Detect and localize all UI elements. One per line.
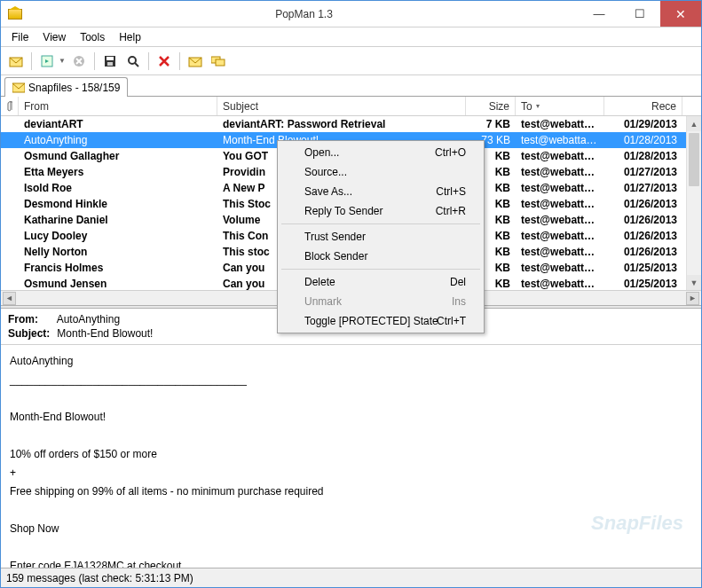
cell-from: Osmund Jensen — [19, 278, 217, 290]
separator — [148, 52, 149, 70]
cell-from: Osmund Gallagher — [19, 150, 217, 162]
accounts-icon[interactable] — [209, 51, 228, 71]
cell-from: Katharine Daniel — [19, 214, 217, 226]
menu-label: Source... — [304, 166, 347, 178]
separator — [94, 52, 95, 70]
cell-to: test@webattack.... — [516, 134, 604, 146]
statusbar: 159 messages (last check: 5:31:13 PM) — [1, 568, 701, 587]
menu-shortcut: Ins — [452, 295, 466, 308]
menu-label: Save As... — [304, 185, 352, 198]
menu-item[interactable]: Source... — [280, 162, 482, 182]
menu-item[interactable]: Save As...Ctrl+S — [280, 182, 482, 201]
col-size[interactable]: Size — [466, 97, 516, 115]
menu-label: Reply To Sender — [304, 205, 383, 217]
cell-subject: deviantART: Password Retrieval — [217, 118, 466, 130]
preview-from: AutoAnything — [57, 313, 120, 325]
menu-view[interactable]: View — [35, 29, 73, 45]
menu-label: Open... — [304, 146, 339, 159]
menu-label: Block Sender — [304, 250, 367, 263]
col-received[interactable]: Rece — [604, 97, 682, 115]
menu-shortcut: Ctrl+O — [435, 146, 466, 159]
col-from[interactable]: From — [19, 97, 217, 115]
cell-to: test@webattac... — [516, 278, 604, 290]
svg-rect-4 — [106, 57, 114, 60]
titlebar[interactable]: PopMan 1.3 — ☐ ✕ — [1, 1, 701, 27]
cell-from: Francis Holmes — [19, 262, 217, 274]
tab-row: Snapfiles - 158/159 — [1, 75, 701, 97]
preview-subject: Month-End Blowout! — [57, 327, 153, 340]
col-attachment[interactable] — [1, 97, 19, 115]
search-icon[interactable] — [123, 51, 143, 71]
menu-item[interactable]: Block Sender — [280, 247, 482, 266]
menu-file[interactable]: File — [4, 29, 35, 45]
cell-received: 01/28/2013 — [604, 134, 682, 146]
menu-label: Unmark — [304, 295, 342, 308]
menu-label: Toggle [PROTECTED] State — [304, 315, 438, 327]
window-title: PopMan 1.3 — [29, 8, 579, 20]
cell-from: Desmond Hinkle — [19, 198, 217, 210]
delete-icon[interactable] — [154, 51, 174, 71]
cell-to: test@webattac... — [516, 182, 604, 194]
menu-item: UnmarkIns — [280, 292, 482, 311]
cell-received: 01/28/2013 — [604, 150, 682, 162]
cell-received: 01/26/2013 — [604, 214, 682, 226]
menu-item[interactable]: Open...Ctrl+O — [280, 143, 482, 162]
cell-to: test@webattac... — [516, 214, 604, 226]
mail-icon — [12, 82, 25, 93]
tab-account[interactable]: Snapfiles - 158/159 — [4, 77, 128, 97]
menu-shortcut: Del — [450, 276, 466, 288]
menu-shortcut: Ctrl+T — [437, 315, 466, 327]
save-icon[interactable] — [100, 51, 120, 71]
new-mail-icon[interactable] — [185, 51, 205, 71]
menu-item[interactable]: Trust Sender — [280, 227, 482, 247]
table-row[interactable]: deviantARTdeviantART: Password Retrieval… — [1, 116, 701, 132]
scroll-thumb[interactable] — [689, 133, 699, 186]
cell-to: test@webattac... — [516, 166, 604, 178]
refresh-dropdown[interactable]: ▼ — [59, 57, 66, 65]
toolbar: ▼ — [1, 47, 701, 75]
col-subject[interactable]: Subject — [217, 97, 466, 115]
vertical-scrollbar[interactable]: ▲ ▼ — [686, 116, 701, 290]
menu-item[interactable]: DeleteDel — [280, 272, 482, 292]
svg-rect-9 — [216, 59, 225, 66]
svg-point-6 — [129, 57, 136, 64]
cell-from: Lucy Dooley — [19, 230, 217, 242]
status-text: 159 messages (last check: 5:31:13 PM) — [6, 572, 193, 584]
cell-received: 01/26/2013 — [604, 246, 682, 258]
cell-from: Etta Meyers — [19, 166, 217, 178]
menu-item[interactable]: Toggle [PROTECTED] StateCtrl+T — [280, 311, 482, 331]
close-button[interactable]: ✕ — [660, 1, 701, 27]
col-to[interactable]: To — [516, 97, 604, 115]
cell-to: test@webattac... — [516, 230, 604, 242]
svg-rect-5 — [107, 62, 113, 66]
scroll-left-icon[interactable]: ◄ — [3, 292, 16, 305]
menu-tools[interactable]: Tools — [73, 29, 112, 45]
app-icon — [8, 9, 22, 20]
cell-to: test@webattac... — [516, 246, 604, 258]
minimize-button[interactable]: — — [579, 1, 619, 27]
preview-body[interactable]: AutoAnything ___________________________… — [1, 345, 701, 568]
menu-help[interactable]: Help — [112, 29, 148, 45]
list-header: From Subject Size To Rece — [1, 97, 701, 116]
preview-text: AutoAnything ___________________________… — [10, 355, 324, 568]
cell-received: 01/26/2013 — [604, 198, 682, 210]
menu-item[interactable]: Reply To SenderCtrl+R — [280, 201, 482, 221]
from-label: From: — [8, 312, 54, 326]
cell-received: 01/27/2013 — [604, 182, 682, 194]
menu-label: Trust Sender — [304, 231, 366, 243]
refresh-icon[interactable] — [37, 51, 57, 71]
scroll-up-icon[interactable]: ▲ — [687, 116, 701, 131]
cell-to: test@webattac... — [516, 118, 604, 130]
stop-icon[interactable] — [69, 51, 89, 71]
context-menu[interactable]: Open...Ctrl+OSource...Save As...Ctrl+SRe… — [277, 140, 485, 333]
check-mail-icon[interactable] — [6, 51, 26, 71]
subject-label: Subject: — [8, 326, 54, 341]
scroll-down-icon[interactable]: ▼ — [687, 275, 701, 290]
menu-separator — [281, 223, 480, 224]
menubar: File View Tools Help — [1, 27, 701, 47]
maximize-button[interactable]: ☐ — [619, 1, 660, 27]
cell-to: test@webattac... — [516, 150, 604, 162]
separator — [31, 52, 32, 70]
scroll-right-icon[interactable]: ► — [686, 292, 699, 305]
cell-received: 01/27/2013 — [604, 166, 682, 178]
